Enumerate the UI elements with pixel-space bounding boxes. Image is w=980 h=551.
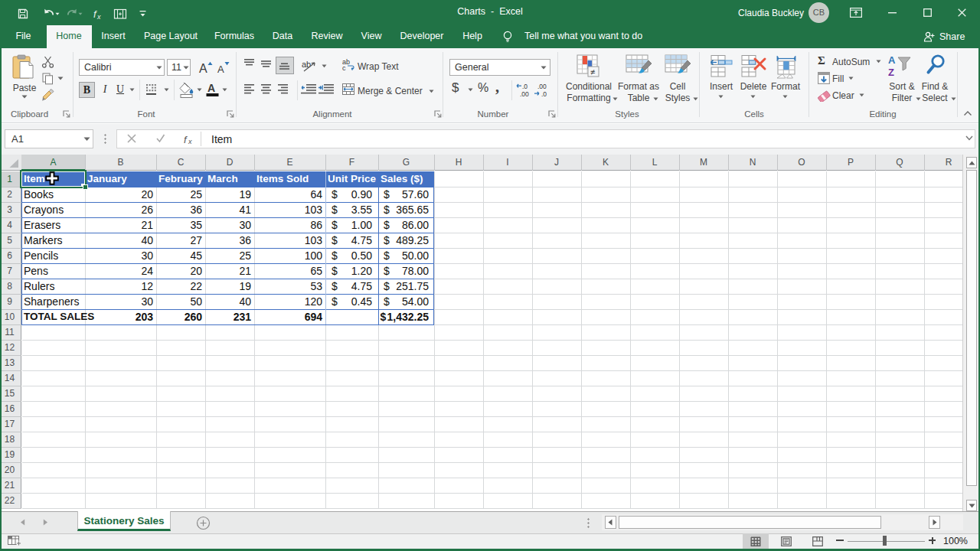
svg-text:c: c [342,64,346,71]
svg-text:f: f [184,134,188,144]
svg-text:Z: Z [888,67,894,78]
svg-text:ab: ab [302,60,311,69]
svg-text:A: A [888,54,896,66]
svg-text:.0: .0 [522,83,528,90]
svg-text:x: x [96,13,101,21]
svg-text:A: A [217,64,224,75]
svg-text:.00: .00 [537,83,547,90]
svg-text:≠: ≠ [590,67,595,77]
svg-text:A: A [199,62,207,75]
svg-text:x: x [188,138,192,145]
svg-text:.00: .00 [520,90,529,98]
svg-text:A: A [207,82,215,94]
